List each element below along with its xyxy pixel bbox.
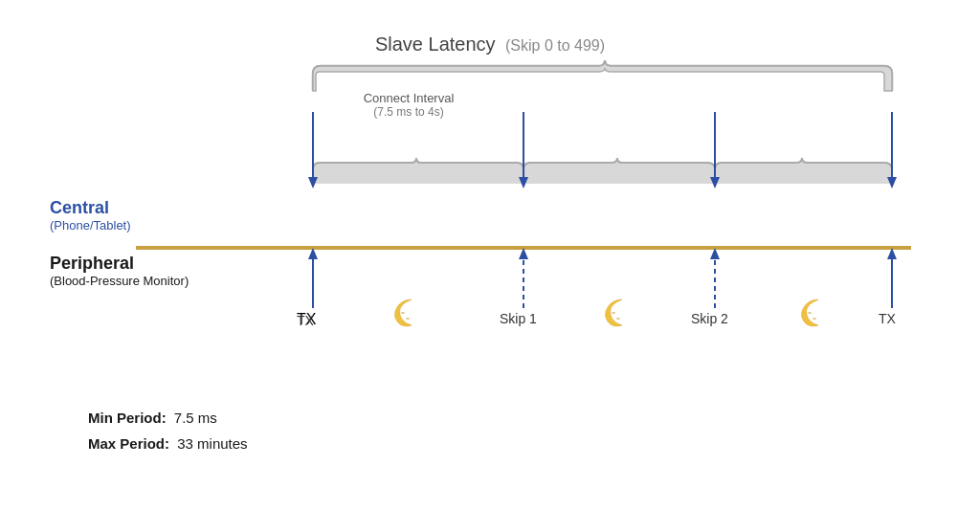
svg-point-17	[401, 312, 405, 314]
svg-point-20	[616, 318, 620, 320]
diagram-container: Slave Latency (Skip 0 to 499) Connect In…	[31, 26, 949, 485]
central-section: Central (Phone/Tablet)	[50, 198, 131, 233]
slave-latency-sub: (Skip 0 to 499)	[505, 37, 605, 54]
skip1-label: Skip 1	[500, 311, 537, 326]
max-period-value: 33 minutes	[177, 435, 247, 452]
svg-point-19	[612, 312, 615, 314]
sleep-moon-1	[385, 292, 421, 334]
central-label: Central	[50, 198, 131, 218]
svg-point-18	[406, 318, 410, 320]
tx-right-label: TX	[879, 311, 896, 326]
peripheral-label: Peripheral	[50, 254, 189, 274]
skip2-label: Skip 2	[691, 311, 728, 326]
max-period-label: Max Period:	[88, 435, 169, 452]
slave-latency-section: Slave Latency (Skip 0 to 499)	[31, 33, 949, 55]
peripheral-section: Peripheral (Blood-Pressure Monitor)	[50, 254, 189, 288]
svg-point-21	[808, 312, 812, 314]
connect-interval-section: Connect Interval (7.5 ms to 4s)	[323, 91, 495, 119]
max-period-row: Max Period: 33 minutes	[88, 431, 248, 456]
connect-interval-sub: (7.5 ms to 4s)	[323, 105, 495, 119]
peripheral-sub: (Blood-Pressure Monitor)	[50, 274, 189, 288]
connect-interval-label: Connect Interval	[323, 91, 495, 105]
period-info: Min Period: 7.5 ms Max Period: 33 minute…	[88, 405, 248, 456]
tx-left-text: TX	[297, 313, 314, 328]
min-period-row: Min Period: 7.5 ms	[88, 405, 248, 431]
min-period-label: Min Period:	[88, 410, 167, 426]
sleep-moon-3	[791, 292, 828, 334]
svg-point-22	[813, 318, 816, 320]
central-sub: (Phone/Tablet)	[50, 218, 131, 233]
min-period-value: 7.5 ms	[174, 410, 217, 426]
slave-latency-title: Slave Latency	[375, 33, 496, 55]
sleep-moon-2	[595, 292, 632, 334]
